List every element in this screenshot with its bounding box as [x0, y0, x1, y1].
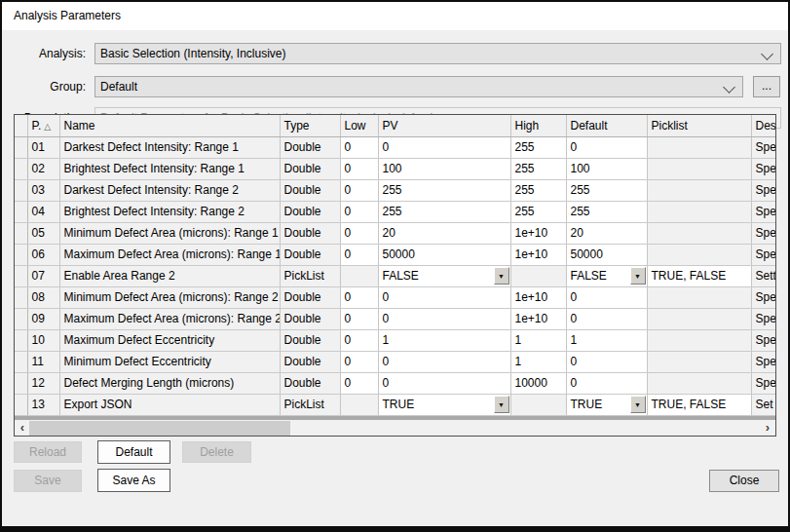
param-low-cell[interactable]: 0	[340, 308, 378, 329]
column-header-picklist[interactable]: Picklist	[647, 115, 751, 136]
horizontal-scrollbar[interactable]: ‹ ›	[15, 420, 775, 437]
row-selector-cell[interactable]	[15, 201, 27, 222]
param-high-cell[interactable]: 1	[510, 329, 566, 351]
param-default-cell[interactable]: 0	[566, 136, 647, 158]
table-row: 04Brightest Defect Intensity: Range 2Dou…	[15, 201, 776, 222]
param-low-cell[interactable]: 0	[340, 244, 378, 265]
column-header-name[interactable]: Name	[59, 115, 280, 136]
param-low-cell[interactable]: 0	[340, 179, 378, 201]
param-high-cell[interactable]: 10000	[510, 372, 566, 394]
browse-group-button[interactable]: ...	[753, 76, 780, 97]
param-default-cell[interactable]: 255	[566, 201, 647, 222]
row-selector-cell[interactable]	[15, 244, 27, 265]
row-selector-cell[interactable]	[15, 136, 27, 158]
param-low-cell[interactable]: 0	[340, 286, 378, 308]
param-high-cell[interactable]: 1	[510, 351, 566, 372]
param-pv-cell[interactable]: 255	[378, 201, 510, 222]
close-button[interactable]: Close	[709, 470, 779, 492]
row-selector-header[interactable]	[15, 115, 27, 136]
param-pv-cell[interactable]: FALSE▼	[378, 265, 510, 286]
pv-dropdown-button[interactable]: ▼	[494, 396, 509, 413]
param-high-cell[interactable]: 255	[510, 136, 566, 158]
param-default-cell[interactable]: 0	[566, 308, 647, 329]
column-header-high[interactable]: High	[510, 115, 566, 136]
param-pv-cell[interactable]: 20	[378, 222, 510, 244]
param-default-cell[interactable]: 0	[566, 286, 647, 308]
param-pv-cell[interactable]: 0	[378, 372, 510, 394]
row-selector-cell[interactable]	[15, 329, 27, 351]
column-header-default[interactable]: Default	[566, 115, 647, 136]
chevron-down-icon: ▼	[634, 273, 641, 280]
param-high-cell[interactable]: 1e+10	[510, 308, 566, 329]
default-button[interactable]: Default	[97, 440, 170, 464]
param-low-cell[interactable]: 0	[340, 372, 378, 394]
save-button[interactable]: Save	[14, 470, 82, 492]
row-selector-cell[interactable]	[15, 265, 27, 286]
param-default-cell[interactable]: 50000	[566, 244, 647, 265]
param-number-cell: 04	[27, 201, 59, 222]
column-header-low[interactable]: Low	[340, 115, 378, 136]
param-pv-cell[interactable]: 1	[378, 329, 510, 351]
param-default-cell[interactable]: FALSE▼	[566, 265, 647, 286]
column-header-num[interactable]: P.△	[27, 115, 59, 136]
scroll-right-arrow-icon[interactable]: ›	[760, 420, 775, 437]
row-selector-cell[interactable]	[15, 222, 27, 244]
param-default-cell[interactable]: 0	[566, 372, 647, 394]
row-selector-cell[interactable]	[15, 308, 27, 329]
param-default-cell[interactable]: 0	[566, 351, 647, 372]
param-default-cell[interactable]: 20	[566, 222, 647, 244]
param-default-cell[interactable]: 100	[566, 158, 647, 179]
param-high-cell[interactable]: 255	[510, 179, 566, 201]
param-pv-cell[interactable]: 0	[378, 286, 510, 308]
param-picklist-cell	[647, 329, 751, 351]
param-picklist-cell: TRUE, FALSE	[647, 394, 751, 415]
param-type-cell: Double	[280, 351, 340, 372]
column-header-pv[interactable]: PV	[378, 115, 510, 136]
param-high-cell	[510, 265, 566, 286]
analysis-dropdown[interactable]: Basic Selection (Intensity, Inclusive)	[94, 43, 781, 64]
delete-button[interactable]: Delete	[182, 441, 251, 463]
param-default-cell[interactable]: 1	[566, 329, 647, 351]
cell-value: FALSE	[571, 269, 607, 283]
scroll-left-arrow-icon[interactable]: ‹	[15, 420, 30, 437]
scrollbar-thumb[interactable]	[29, 421, 290, 436]
param-high-cell[interactable]: 255	[510, 201, 566, 222]
param-low-cell	[340, 394, 378, 415]
param-high-cell[interactable]: 1e+10	[510, 244, 566, 265]
param-low-cell[interactable]: 0	[340, 329, 378, 351]
param-pv-cell[interactable]: 0	[378, 136, 510, 158]
param-low-cell[interactable]: 0	[340, 201, 378, 222]
column-header-type[interactable]: Type	[280, 115, 340, 136]
row-selector-cell[interactable]	[15, 158, 27, 179]
param-low-cell[interactable]: 0	[340, 136, 378, 158]
param-default-cell[interactable]: 255	[566, 179, 647, 201]
param-pv-cell[interactable]: 0	[378, 351, 510, 372]
pv-dropdown-button[interactable]: ▼	[494, 267, 509, 285]
param-pv-cell[interactable]: 50000	[378, 244, 510, 265]
param-pv-cell[interactable]: TRUE▼	[378, 394, 510, 415]
column-header-desc[interactable]: Desc	[751, 115, 776, 136]
param-low-cell[interactable]: 0	[340, 158, 378, 179]
param-high-cell[interactable]: 255	[510, 158, 566, 179]
row-selector-cell[interactable]	[15, 394, 27, 415]
default-dropdown-button[interactable]: ▼	[630, 267, 646, 285]
param-low-cell[interactable]: 0	[340, 351, 378, 372]
param-pv-cell[interactable]: 0	[378, 308, 510, 329]
param-pv-cell[interactable]: 100	[378, 158, 510, 179]
param-default-cell[interactable]: TRUE▼	[566, 394, 647, 415]
param-low-cell[interactable]: 0	[340, 222, 378, 244]
param-high-cell[interactable]: 1e+10	[510, 222, 566, 244]
reload-button[interactable]: Reload	[14, 441, 82, 463]
row-selector-cell[interactable]	[15, 286, 27, 308]
group-dropdown[interactable]: Default	[94, 76, 743, 97]
param-high-cell[interactable]: 1e+10	[510, 286, 566, 308]
default-dropdown-button[interactable]: ▼	[630, 396, 646, 413]
row-selector-cell[interactable]	[15, 372, 27, 394]
row-selector-cell[interactable]	[15, 179, 27, 201]
save-as-button[interactable]: Save As	[97, 469, 170, 492]
row-selector-cell[interactable]	[15, 351, 27, 372]
param-picklist-cell	[647, 222, 751, 244]
param-type-cell: Double	[280, 158, 340, 179]
param-pv-cell[interactable]: 255	[378, 179, 510, 201]
param-name-cell: Brightest Defect Intensity: Range 2	[59, 201, 280, 222]
